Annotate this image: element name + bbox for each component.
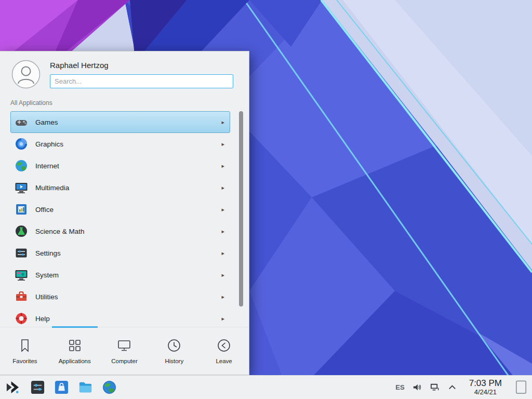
tab-leave[interactable]: Leave <box>199 327 249 375</box>
submenu-arrow-icon: ▸ <box>221 184 225 191</box>
desktop: Raphael Hertzog All Applications Games ▸… <box>0 0 532 399</box>
submenu-arrow-icon: ▸ <box>221 141 225 148</box>
list-scrollbar[interactable] <box>239 111 243 307</box>
submenu-arrow-icon: ▸ <box>221 228 225 235</box>
app-launcher-icon[interactable] <box>4 379 21 396</box>
user-avatar[interactable] <box>11 60 41 89</box>
search-input[interactable] <box>50 74 233 88</box>
computer-icon <box>116 338 132 353</box>
submenu-arrow-icon: ▸ <box>221 206 225 213</box>
category-label: Utilities <box>35 293 214 301</box>
category-science-math[interactable]: Science & Math ▸ <box>10 220 230 242</box>
category-label: Office <box>35 206 214 214</box>
tab-label: Favorites <box>12 358 37 364</box>
launcher-tab-bar: Favorites Applications Computer History … <box>0 327 249 375</box>
lens-icon <box>15 137 28 151</box>
category-system[interactable]: System ▸ <box>10 264 230 286</box>
tab-label: Leave <box>216 358 232 364</box>
document-chart-icon <box>15 203 28 216</box>
tab-favorites[interactable]: Favorites <box>0 327 50 375</box>
expand-tray-icon[interactable] <box>447 382 458 392</box>
globe-icon <box>15 159 28 172</box>
category-label: Games <box>35 118 214 126</box>
grid-icon <box>67 338 83 353</box>
user-column: Raphael Hertzog <box>50 61 233 88</box>
tab-applications[interactable]: Applications <box>50 327 100 375</box>
keyboard-layout-indicator[interactable]: ES <box>395 383 404 391</box>
category-label: Multimedia <box>35 184 214 192</box>
show-desktop-icon <box>514 379 528 396</box>
category-label: Internet <box>35 162 214 170</box>
submenu-arrow-icon: ▸ <box>221 315 225 322</box>
gamepad-icon <box>15 115 28 129</box>
digital-clock[interactable]: 7:03 PM 4/24/21 <box>469 378 502 396</box>
software-center-icon[interactable] <box>53 379 70 396</box>
lifebuoy-icon <box>15 312 28 325</box>
category-internet[interactable]: Internet ▸ <box>10 155 230 177</box>
active-tab-indicator <box>52 326 98 328</box>
submenu-arrow-icon: ▸ <box>221 272 225 278</box>
tab-computer[interactable]: Computer <box>100 327 150 375</box>
category-multimedia[interactable]: Multimedia ▸ <box>10 177 230 198</box>
web-browser-icon[interactable] <box>101 379 117 396</box>
category-label: System <box>35 271 214 279</box>
show-desktop-button[interactable] <box>514 378 528 396</box>
flask-icon <box>15 224 28 238</box>
leave-icon <box>216 338 232 353</box>
user-name: Raphael Hertzog <box>50 61 233 70</box>
submenu-arrow-icon: ▸ <box>221 294 225 300</box>
toolbox-icon <box>15 290 28 303</box>
category-label: Science & Math <box>35 228 214 235</box>
category-settings[interactable]: Settings ▸ <box>10 242 230 264</box>
category-utilities[interactable]: Utilities ▸ <box>10 286 230 308</box>
tab-history[interactable]: History <box>149 327 199 375</box>
application-launcher: Raphael Hertzog All Applications Games ▸… <box>0 51 249 375</box>
network-icon[interactable] <box>430 382 440 392</box>
category-office[interactable]: Office ▸ <box>10 198 230 220</box>
tab-label: Applications <box>59 358 91 364</box>
file-manager-icon[interactable] <box>77 379 94 396</box>
submenu-arrow-icon: ▸ <box>221 119 225 126</box>
category-games[interactable]: Games ▸ <box>10 111 230 133</box>
tab-label: Computer <box>111 358 138 364</box>
launcher-header: Raphael Hertzog <box>0 51 249 95</box>
taskbar: ES 7:03 PM 4/24/21 <box>0 375 532 399</box>
category-label: Graphics <box>35 140 214 148</box>
clock-time: 7:03 PM <box>469 378 502 389</box>
sliders-icon <box>15 246 28 260</box>
submenu-arrow-icon: ▸ <box>221 250 225 257</box>
monitor-play-icon <box>15 181 28 194</box>
category-list: Games ▸ Graphics ▸ Internet ▸ <box>0 109 249 327</box>
volume-icon[interactable] <box>412 382 422 392</box>
category-graphics[interactable]: Graphics ▸ <box>10 133 230 155</box>
category-label: Help <box>35 315 214 323</box>
clock-date: 4/24/21 <box>469 389 502 396</box>
bookmark-icon <box>17 338 33 353</box>
section-label: All Applications <box>0 95 249 109</box>
category-help[interactable]: Help ▸ <box>10 308 230 327</box>
category-label: Settings <box>35 249 214 257</box>
tab-label: History <box>165 358 183 364</box>
clock-icon <box>166 338 182 353</box>
submenu-arrow-icon: ▸ <box>221 163 225 169</box>
system-settings-icon[interactable] <box>29 379 46 396</box>
system-tray: ES 7:03 PM 4/24/21 <box>395 378 528 396</box>
system-monitor-icon <box>15 268 28 282</box>
